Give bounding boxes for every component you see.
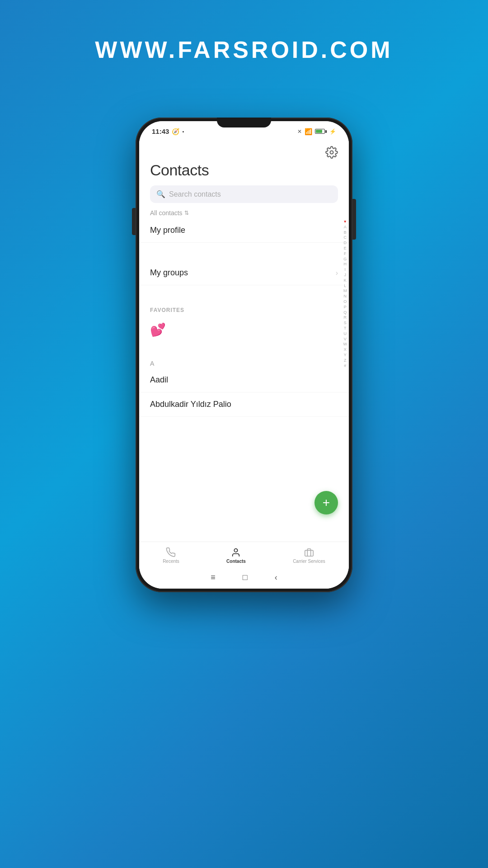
android-nav-bar: ≡ □ ‹	[139, 568, 349, 589]
phone-wrapper: 11:43 🧭 • ✕ 📶 ⚡	[136, 118, 352, 592]
wifi-icon: 📶	[305, 128, 312, 135]
app-header: Contacts 🔍 Search contacts All contacts …	[139, 139, 349, 218]
contact-abdulkadir-label: Abdulkadir Yıldız Palio	[150, 400, 231, 409]
carrier-icon	[304, 547, 314, 557]
alpha-L[interactable]: L	[344, 283, 346, 288]
charging-icon: ⚡	[329, 128, 336, 135]
alpha-G[interactable]: G	[343, 257, 347, 262]
watermark-text: WWW.FARSROID.COM	[95, 36, 393, 63]
alpha-T[interactable]: T	[344, 326, 347, 331]
bottom-nav: Recents Contacts Car	[139, 542, 349, 568]
status-icons-group: ✕ 📶 ⚡	[297, 128, 336, 135]
alpha-J[interactable]: J	[344, 273, 347, 278]
nav-contacts[interactable]: Contacts	[217, 546, 255, 566]
app-content: Contacts 🔍 Search contacts All contacts …	[139, 139, 349, 589]
alpha-Y[interactable]: Y	[344, 353, 347, 358]
alpha-H[interactable]: H	[344, 262, 347, 267]
nav-contacts-label: Contacts	[226, 559, 246, 564]
alpha-K[interactable]: K	[344, 278, 347, 283]
filter-row[interactable]: All contacts ⇅	[150, 209, 338, 217]
android-back-button[interactable]: ‹	[275, 573, 277, 582]
contact-aadil-item[interactable]: Aadil	[139, 368, 349, 392]
alpha-hash[interactable]: #	[344, 363, 346, 368]
battery-tip	[325, 130, 327, 133]
status-x-icon: ✕	[297, 128, 302, 135]
nav-carrier-label: Carrier Services	[293, 559, 325, 564]
search-placeholder: Search contacts	[169, 190, 221, 198]
nav-recents[interactable]: Recents	[154, 546, 188, 566]
battery-body	[315, 129, 325, 134]
phone-icon	[166, 547, 176, 557]
settings-icon-row	[150, 143, 338, 161]
alpha-Z[interactable]: Z	[344, 358, 347, 363]
my-groups-chevron-icon: ›	[336, 269, 338, 277]
my-groups-spacer	[139, 285, 349, 303]
phone-screen: 11:43 🧭 • ✕ 📶 ⚡	[139, 121, 349, 589]
android-menu-button[interactable]: ≡	[211, 573, 216, 582]
status-icon-nav: 🧭	[172, 128, 179, 135]
filter-chevron-icon: ⇅	[184, 210, 189, 216]
search-bar[interactable]: 🔍 Search contacts	[150, 185, 338, 203]
search-icon: 🔍	[156, 190, 165, 198]
svg-rect-1	[305, 550, 313, 556]
alpha-N[interactable]: N	[344, 294, 347, 299]
settings-icon[interactable]	[325, 146, 338, 159]
alpha-D[interactable]: D	[344, 241, 347, 245]
alpha-X[interactable]: X	[344, 347, 347, 352]
nav-recents-label: Recents	[163, 559, 179, 564]
alpha-S[interactable]: S	[344, 321, 347, 326]
add-contact-fab[interactable]: +	[314, 491, 338, 514]
alpha-E[interactable]: E	[344, 246, 347, 251]
page-title: Contacts	[150, 161, 338, 179]
contacts-icon	[231, 547, 241, 557]
favorites-section-header: FAVORITES	[139, 303, 349, 315]
my-profile-spacer	[139, 243, 349, 261]
my-profile-item[interactable]: My profile	[139, 218, 349, 243]
status-dot: •	[182, 129, 184, 134]
alpha-R[interactable]: R	[344, 315, 347, 320]
section-a-header: A	[139, 358, 349, 368]
alpha-O[interactable]: O	[343, 299, 347, 304]
alpha-F[interactable]: F	[344, 251, 347, 256]
battery-icon	[315, 129, 327, 134]
alpha-V[interactable]: V	[344, 337, 347, 342]
favorites-spacer	[139, 344, 349, 358]
nav-carrier[interactable]: Carrier Services	[284, 546, 334, 566]
fab-plus-icon: +	[323, 496, 330, 509]
alpha-C[interactable]: C	[344, 235, 347, 240]
alpha-U[interactable]: U	[344, 331, 347, 336]
status-time: 11:43	[152, 127, 169, 135]
android-home-button[interactable]: □	[243, 573, 248, 582]
contact-abdulkadir-item[interactable]: Abdulkadir Yıldız Palio	[139, 392, 349, 417]
alpha-P[interactable]: P	[344, 305, 347, 310]
alpha-B[interactable]: B	[344, 230, 347, 235]
favorites-emoji: 💕	[139, 315, 349, 344]
alpha-Q[interactable]: Q	[343, 310, 347, 315]
alpha-W[interactable]: W	[343, 342, 347, 347]
contacts-list: My profile My groups › FAVORITES 💕 A	[139, 218, 349, 542]
battery-fill	[316, 130, 322, 133]
filter-label: All contacts	[150, 209, 183, 217]
alpha-I[interactable]: I	[344, 267, 346, 272]
svg-point-0	[235, 549, 238, 552]
my-groups-item[interactable]: My groups ›	[139, 261, 349, 285]
alpha-M[interactable]: M	[343, 288, 347, 293]
phone-notch	[217, 118, 271, 127]
contact-aadil-label: Aadil	[150, 375, 168, 385]
alpha-A[interactable]: A	[344, 225, 347, 230]
phone-outer: 11:43 🧭 • ✕ 📶 ⚡	[136, 118, 352, 592]
my-profile-label: My profile	[150, 226, 185, 235]
my-groups-label: My groups	[150, 268, 188, 278]
